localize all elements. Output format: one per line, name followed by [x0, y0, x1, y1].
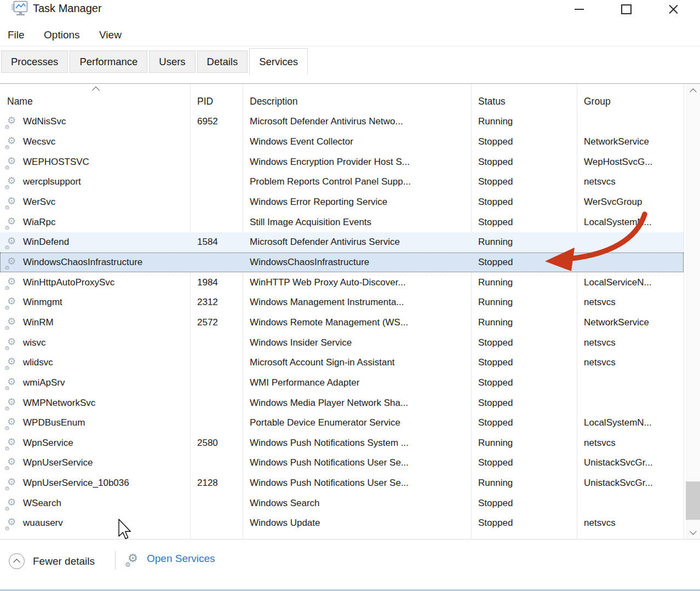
service-gear-icon: ⚙⚙: [5, 155, 20, 169]
header-pid[interactable]: PID: [190, 84, 243, 112]
service-status: Stopped: [478, 498, 513, 508]
table-row[interactable]: ⚙⚙ WerSvc Windows Error Reporting Servic…: [0, 192, 684, 213]
service-status: Stopped: [478, 337, 513, 348]
task-manager-app-icon: [11, 0, 28, 18]
header-group[interactable]: Group: [577, 84, 684, 112]
service-group: netsvcs: [584, 438, 616, 448]
service-status: Running: [478, 297, 513, 307]
table-row[interactable]: ⚙⚙ WSearch Windows Search Stopped: [0, 493, 684, 513]
table-row[interactable]: ⚙⚙ Winmgmt 2312 Windows Management Instr…: [0, 292, 684, 313]
service-pid: 2128: [197, 478, 218, 488]
service-description: Problem Reports Control Panel Supp...: [250, 176, 411, 187]
service-name: WPDBusEnum: [23, 417, 85, 428]
open-services-label: Open Services: [147, 553, 215, 565]
service-name: WpnUserService_10b036: [23, 478, 129, 489]
table-row[interactable]: ⚙⚙ WinHttpAutoProxySvc 1984 WinHTTP Web …: [0, 272, 684, 292]
service-name: WMPNetworkSvc: [23, 398, 95, 409]
service-gear-icon: ⚙⚙: [5, 416, 20, 430]
service-gear-icon: ⚙⚙: [5, 295, 20, 309]
service-description: Windows Event Collector: [250, 136, 353, 147]
service-gear-icon: ⚙⚙: [5, 516, 20, 530]
service-name: WdNisSvc: [23, 116, 66, 127]
service-pid: 2572: [197, 317, 218, 328]
service-status: Stopped: [478, 217, 513, 227]
maximize-button[interactable]: [603, 0, 650, 19]
service-gear-icon: ⚙⚙: [5, 355, 20, 370]
service-status: Running: [478, 277, 513, 288]
table-row[interactable]: ⚙⚙ WinRM 2572 Windows Remote Management …: [0, 313, 684, 333]
service-group: LocalSystemN...: [584, 217, 652, 227]
table-row[interactable]: ⚙⚙ WEPHOSTSVC Windows Encryption Provide…: [0, 152, 684, 172]
service-name: WpnUserService: [23, 457, 93, 468]
service-gear-icon: ⚙⚙: [5, 436, 20, 450]
service-gear-icon: ⚙⚙: [5, 175, 20, 189]
table-row[interactable]: ⚙⚙ WpnService 2580 Windows Push Notifica…: [0, 433, 684, 454]
service-group: WepHostSvcG...: [584, 157, 652, 167]
service-description: Windows Update: [250, 518, 320, 528]
service-status: Running: [478, 478, 513, 488]
service-name: WinHttpAutoProxySvc: [23, 277, 114, 288]
service-group: netsvcs: [584, 337, 616, 348]
service-name: WpnService: [23, 438, 73, 449]
tab-users[interactable]: Users: [149, 50, 195, 73]
tab-processes[interactable]: Processes: [1, 50, 68, 73]
close-button[interactable]: [650, 0, 697, 19]
menu-view[interactable]: View: [99, 25, 122, 45]
tab-performance[interactable]: Performance: [70, 50, 147, 73]
table-row[interactable]: ⚙⚙ WinDefend 1584 Microsoft Defender Ant…: [0, 232, 684, 253]
table-row[interactable]: ⚙⚙ wuauserv Windows Update Stopped netsv…: [0, 513, 684, 533]
table-row[interactable]: ⚙⚙ WpnUserService Windows Push Notificat…: [0, 453, 684, 473]
tab-bar: Processes Performance Users Details Serv…: [1, 48, 308, 76]
service-rows: ⚙⚙ WdNisSvc 6952 Microsoft Defender Anti…: [0, 112, 700, 533]
table-row[interactable]: ⚙⚙ WdNisSvc 6952 Microsoft Defender Anti…: [0, 112, 684, 132]
table-row[interactable]: ⚙⚙ WPDBusEnum Portable Device Enumerator…: [0, 413, 684, 433]
service-description: WindowsChaosInfrastructure: [250, 257, 369, 267]
fewer-details-button[interactable]: Fewer details: [9, 553, 95, 569]
service-group: NetworkService: [584, 136, 649, 147]
service-name: wisvc: [23, 337, 46, 348]
table-row[interactable]: ⚙⚙ WMPNetworkSvc Windows Media Player Ne…: [0, 393, 684, 413]
vertical-scrollbar[interactable]: [686, 84, 700, 539]
service-name: WinDefend: [23, 237, 69, 248]
service-name: WinRM: [23, 317, 54, 328]
scroll-up-button[interactable]: [686, 84, 700, 98]
service-description: Microsoft Defender Antivirus Service: [250, 237, 400, 247]
menu-file[interactable]: File: [8, 25, 25, 45]
service-name: wmiApSrv: [23, 377, 65, 388]
header-status[interactable]: Status: [471, 84, 577, 112]
table-row[interactable]: ⚙⚙ WpnUserService_10b036 2128 Windows Pu…: [0, 473, 684, 494]
tab-details[interactable]: Details: [197, 50, 248, 73]
table-row[interactable]: ⚙⚙ wmiApSrv WMI Performance Adapter Stop…: [0, 373, 684, 393]
tab-services[interactable]: Services: [249, 48, 308, 75]
service-status: Stopped: [478, 136, 513, 147]
open-services-link[interactable]: ⚙⚙ Open Services: [126, 551, 215, 566]
service-gear-icon: ⚙⚙: [5, 476, 20, 490]
fewer-details-label: Fewer details: [33, 555, 95, 567]
scroll-down-button[interactable]: [686, 525, 700, 539]
table-row[interactable]: ⚙⚙ Wecsvc Windows Event Collector Stoppe…: [0, 132, 684, 152]
service-status: Stopped: [478, 357, 513, 368]
service-name: wuauserv: [23, 518, 63, 529]
footer-bar: Fewer details ⚙⚙ Open Services: [0, 540, 700, 589]
scrollbar-thumb[interactable]: [686, 481, 700, 520]
service-description: Windows Search: [250, 498, 320, 508]
table-row[interactable]: ⚙⚙ wlidsvc Microsoft Account Sign-in Ass…: [0, 353, 684, 373]
table-row[interactable]: ⚙⚙ WiaRpc Still Image Acquisition Events…: [0, 212, 684, 232]
service-status: Stopped: [478, 377, 513, 388]
service-gear-icon: ⚙⚙: [5, 135, 20, 149]
table-row[interactable]: ⚙⚙ WindowsChaosInfrastructure WindowsCha…: [0, 253, 684, 273]
service-description: Portable Device Enumerator Service: [250, 417, 400, 428]
service-group: netsvcs: [584, 176, 616, 187]
service-gear-icon: ⚙⚙: [5, 255, 20, 269]
table-row[interactable]: ⚙⚙ wercplsupport Problem Reports Control…: [0, 172, 684, 192]
service-description: Windows Push Notifications User Se...: [250, 478, 409, 488]
service-status: Running: [478, 237, 513, 247]
menu-options[interactable]: Options: [44, 25, 79, 45]
table-row[interactable]: ⚙⚙ wisvc Windows Insider Service Stopped…: [0, 332, 684, 353]
service-pid: 1984: [197, 277, 218, 288]
service-description: Microsoft Account Sign-in Assistant: [250, 357, 395, 368]
header-description[interactable]: Description: [243, 84, 471, 112]
service-status: Stopped: [478, 157, 513, 167]
minimize-button[interactable]: [555, 0, 603, 19]
service-status: Stopped: [478, 197, 513, 207]
